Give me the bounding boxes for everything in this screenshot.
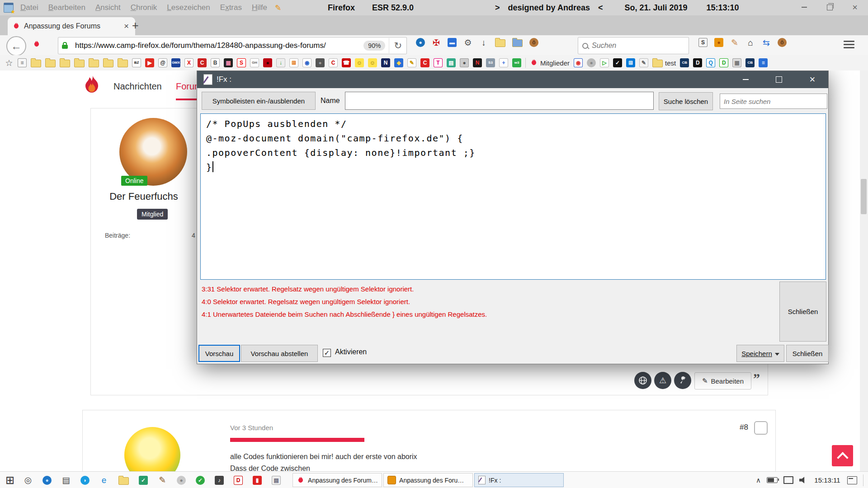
phone-favicon[interactable]: ☎	[342, 58, 351, 67]
green-check-icon[interactable]: ✓	[196, 476, 205, 485]
minimize-button[interactable]	[794, 0, 815, 14]
paint-icon[interactable]: ✎	[158, 476, 167, 485]
taskbar-window-fx[interactable]: !Fx :	[474, 473, 564, 487]
battery-icon[interactable]	[767, 477, 778, 483]
camera-favicon[interactable]: ●	[460, 58, 469, 67]
url-bar[interactable]: 90% ↻	[58, 37, 407, 54]
bookmark-folder[interactable]	[31, 60, 41, 67]
menu-extras[interactable]: Extras	[215, 3, 247, 12]
tab-close-icon[interactable]: ×	[122, 21, 131, 31]
wrench-icon[interactable]	[674, 372, 691, 389]
forum-logo-flame-icon[interactable]	[80, 72, 103, 102]
red-app-icon[interactable]: ▮	[253, 476, 262, 485]
gh-favicon[interactable]: GH	[250, 58, 259, 67]
gmx-favicon[interactable]: GMX	[171, 58, 180, 67]
scrollbar-thumb[interactable]	[861, 179, 867, 214]
explorer-icon[interactable]	[118, 477, 129, 485]
play-favicon[interactable]: ▷	[600, 58, 609, 67]
dialog-maximize-button[interactable]	[768, 72, 790, 87]
list-favicon[interactable]: ≡	[759, 58, 768, 67]
bookmark-folder[interactable]	[118, 60, 128, 67]
windows-favicon[interactable]: ⊞	[626, 58, 635, 67]
site-flame-icon[interactable]	[33, 40, 41, 48]
orange-addon-icon[interactable]: ●	[714, 38, 723, 47]
preview-button[interactable]: Vorschau	[198, 345, 240, 362]
https-lock-icon[interactable]	[62, 45, 68, 49]
s3-favicon[interactable]: S3	[486, 58, 495, 67]
style-name-input[interactable]	[345, 92, 654, 110]
username[interactable]: Der Feuerfuchs	[90, 191, 197, 202]
bookmark-folder[interactable]	[45, 60, 56, 67]
star-icon[interactable]: ☆	[5, 58, 14, 67]
bookmark-folder[interactable]	[103, 60, 113, 67]
tray-chevron-icon[interactable]: ∧	[756, 476, 761, 484]
monkey2-icon[interactable]: ô	[778, 38, 787, 47]
close-button[interactable]: ×	[844, 0, 865, 14]
display-icon[interactable]	[783, 476, 793, 484]
download-favicon[interactable]: ↓	[276, 58, 285, 67]
flame-icon[interactable]	[530, 59, 538, 67]
scroll-to-top-button[interactable]	[832, 445, 853, 466]
n-red-favicon[interactable]: N	[473, 58, 482, 67]
smiley-favicon[interactable]: ☺	[355, 58, 364, 67]
post-number[interactable]: #8	[740, 423, 748, 432]
menu-datei[interactable]: Datei	[15, 3, 43, 12]
close-side-button[interactable]: Schließen	[779, 282, 826, 342]
com-favicon[interactable]: C	[198, 58, 207, 67]
c-red-favicon[interactable]: C	[420, 58, 429, 67]
q-favicon[interactable]: Q	[706, 58, 715, 67]
scrollbar[interactable]	[860, 70, 868, 471]
dialog-minimize-button[interactable]	[734, 72, 757, 87]
bookmark-folder[interactable]	[89, 60, 99, 67]
home-icon[interactable]: ⌂	[746, 38, 755, 47]
x-favicon[interactable]: X	[184, 58, 193, 67]
bookmark-folder[interactable]	[74, 60, 85, 67]
d-red-icon[interactable]: D	[234, 476, 243, 485]
edit-post-button[interactable]: ✎ Bearbeiten	[694, 372, 751, 389]
pencil-icon[interactable]: ✎	[275, 3, 281, 13]
search-input[interactable]	[591, 41, 689, 50]
app-blue-icon[interactable]: ●	[416, 38, 425, 47]
image-favicon[interactable]: ▦	[732, 58, 741, 67]
window-icon[interactable]: ▬	[448, 38, 457, 47]
globe-icon[interactable]	[634, 372, 651, 389]
menu-chronik[interactable]: Chronik	[126, 3, 162, 12]
restore-button[interactable]	[819, 0, 840, 14]
taskbar-window-forum[interactable]: Anpassung des Forum…	[383, 473, 473, 487]
warning-icon[interactable]: ⚠	[654, 372, 671, 389]
post-select-checkbox[interactable]	[754, 421, 768, 435]
shield-icon[interactable]: ✓	[139, 476, 148, 485]
puzzle-favicon[interactable]: +	[499, 58, 508, 67]
bell-favicon[interactable]: ◆	[394, 58, 403, 67]
cy-favicon[interactable]: C	[329, 58, 338, 67]
ie-icon[interactable]: e	[99, 476, 108, 485]
save-button[interactable]: Speichern	[736, 345, 784, 362]
clear-search-button[interactable]: Suche löschen	[659, 92, 713, 110]
folder-icon[interactable]	[652, 60, 663, 67]
doc-app-icon[interactable]: ▤	[272, 476, 281, 485]
windows-colors-favicon[interactable]: ⊞	[289, 58, 298, 67]
film-favicon[interactable]: ▤	[447, 58, 456, 67]
menu-lesezeichen[interactable]: Lesezeichen	[162, 3, 215, 12]
sparkasse-favicon[interactable]: S	[237, 58, 246, 67]
download-icon[interactable]: ↓	[479, 38, 488, 47]
dialog-titlebar[interactable]: !Fx : ×	[197, 71, 828, 88]
quote-icon[interactable]: ”	[753, 371, 760, 386]
notes-pencil-favicon[interactable]: ✎	[407, 58, 416, 67]
notes-icon[interactable]: ≡	[18, 58, 27, 67]
cortana-icon[interactable]: ◎	[24, 476, 33, 485]
d-black-favicon[interactable]: D	[693, 58, 702, 67]
taskbar-window-forum[interactable]: Anpassung des Forum…	[292, 473, 382, 487]
url-input[interactable]	[74, 41, 363, 51]
brush-icon[interactable]: ✎	[730, 38, 739, 47]
show-desktop-button[interactable]	[863, 474, 863, 486]
bag-favicon[interactable]: ▦	[224, 58, 233, 67]
stop-preview-button[interactable]: Vorschau abstellen	[241, 345, 318, 362]
dark-app-icon[interactable]: ♪	[215, 476, 224, 485]
oval-favicon[interactable]: ●	[316, 58, 325, 67]
action-center-icon[interactable]	[847, 476, 857, 484]
activate-checkbox[interactable]: ✓	[323, 349, 331, 357]
save-dropdown-icon[interactable]	[775, 353, 779, 356]
menu-hamburger-icon[interactable]	[844, 41, 854, 50]
toggle-toolbars-button[interactable]: Symbolleisten ein-/ausblenden	[202, 92, 316, 110]
